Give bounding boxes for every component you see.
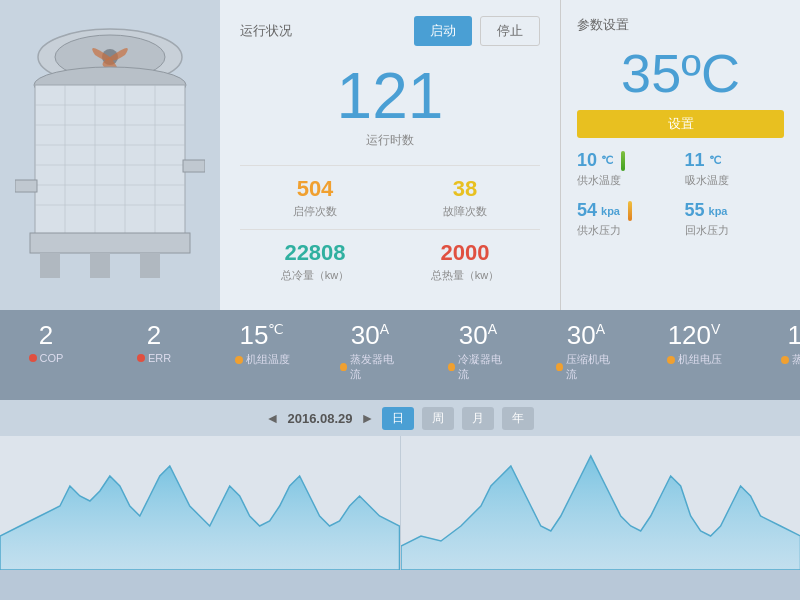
total-heat-value: 2000 [431, 240, 499, 266]
temp-big-value: 35ºC [577, 42, 784, 104]
evap-current-dot [340, 363, 347, 371]
chart-left-svg [0, 436, 400, 570]
week-button[interactable]: 周 [422, 407, 454, 430]
month-button[interactable]: 月 [462, 407, 494, 430]
voltage-dot [667, 356, 675, 364]
return-water-temp-value: 11 ℃ [685, 150, 785, 171]
cooling-tower-image [15, 25, 205, 285]
param-grid: 10 ℃ 供水温度 11 ℃ 吸水温度 54 kpa [577, 150, 784, 238]
year-button[interactable]: 年 [502, 407, 534, 430]
day-button[interactable]: 日 [382, 407, 414, 430]
svg-rect-16 [40, 253, 60, 278]
unit-temp-dot [235, 356, 243, 364]
stop-button[interactable]: 停止 [480, 16, 540, 46]
metric-err: 2 ERR [124, 322, 184, 364]
svg-rect-15 [30, 233, 190, 253]
next-date-button[interactable]: ► [361, 410, 375, 426]
shutdown-stat: 504 启停次数 [293, 176, 337, 219]
total-cold-stat: 22808 总冷量（kw） [281, 240, 349, 283]
params-panel: 参数设置 35ºC 设置 10 ℃ 供水温度 11 ℃ 吸水温度 [560, 0, 800, 310]
cop-dot [29, 354, 37, 362]
svg-rect-19 [15, 180, 37, 192]
metric-unit-temp: 15℃ 机组温度 [232, 322, 292, 367]
stats-row-1: 504 启停次数 38 故障次数 [240, 165, 540, 229]
chart-left [0, 436, 400, 570]
stats-row-2: 22808 总冷量（kw） 2000 总热量（kw） [240, 229, 540, 293]
fault-label: 故障次数 [443, 204, 487, 219]
return-water-pressure: 55 kpa 回水压力 [685, 200, 785, 238]
evap-extra-dot [781, 356, 789, 364]
status-title: 运行状况 [240, 22, 292, 40]
chart-right-svg [401, 436, 801, 570]
status-header: 运行状况 启动 停止 [240, 16, 540, 46]
return-water-temp-label: 吸水温度 [685, 173, 785, 188]
supply-water-temp-label: 供水温度 [577, 173, 677, 188]
metric-voltage: 120V 机组电压 [664, 322, 724, 367]
control-buttons: 启动 停止 [414, 16, 540, 46]
shutdown-label: 启停次数 [293, 204, 337, 219]
fault-value: 38 [443, 176, 487, 202]
chart-right [401, 436, 801, 570]
prev-date-button[interactable]: ◄ [266, 410, 280, 426]
cond-current-dot [448, 363, 455, 371]
metric-evap-current: 30A 蒸发器电流 [340, 322, 400, 382]
runtime-value: 121 [240, 64, 540, 128]
start-button[interactable]: 启动 [414, 16, 472, 46]
chart-section [0, 436, 800, 570]
date-nav-bar: ◄ 2016.08.29 ► 日 周 月 年 [0, 400, 800, 436]
supply-water-temp-value: 10 ℃ [577, 150, 677, 171]
svg-rect-18 [140, 253, 160, 278]
metric-cop: 2 COP [16, 322, 76, 364]
fault-stat: 38 故障次数 [443, 176, 487, 219]
svg-rect-17 [90, 253, 110, 278]
equipment-panel [0, 0, 220, 310]
settings-button[interactable]: 设置 [577, 110, 784, 138]
supply-water-pressure-label: 供水压力 [577, 223, 677, 238]
metric-evap-extra: 12 蒸发... [772, 322, 800, 367]
total-cold-label: 总冷量（kw） [281, 268, 349, 283]
status-panel: 运行状况 启动 停止 121 运行时数 504 启停次数 38 故障次数 228… [220, 0, 560, 310]
current-date: 2016.08.29 [287, 411, 352, 426]
supply-water-temp-indicator [621, 151, 625, 171]
metric-cond-current: 30A 冷凝器电流 [448, 322, 508, 382]
params-title: 参数设置 [577, 16, 784, 34]
supply-water-pressure-value: 54 kpa [577, 200, 677, 221]
return-water-pressure-label: 回水压力 [685, 223, 785, 238]
total-heat-stat: 2000 总热量（kw） [431, 240, 499, 283]
comp-current-dot [556, 363, 563, 371]
supply-water-temp: 10 ℃ 供水温度 [577, 150, 677, 188]
runtime-label: 运行时数 [240, 132, 540, 149]
total-heat-label: 总热量（kw） [431, 268, 499, 283]
return-water-pressure-value: 55 kpa [685, 200, 785, 221]
supply-water-pressure-indicator [628, 201, 632, 221]
return-water-temp: 11 ℃ 吸水温度 [685, 150, 785, 188]
err-dot [137, 354, 145, 362]
total-cold-value: 22808 [281, 240, 349, 266]
svg-rect-4 [35, 85, 185, 235]
svg-rect-20 [183, 160, 205, 172]
metric-comp-current: 30A 压缩机电流 [556, 322, 616, 382]
shutdown-value: 504 [293, 176, 337, 202]
supply-water-pressure: 54 kpa 供水压力 [577, 200, 677, 238]
metrics-bar: 2 COP 2 ERR 15℃ 机组温度 30A 蒸发器电流 30A 冷凝器 [0, 310, 800, 400]
